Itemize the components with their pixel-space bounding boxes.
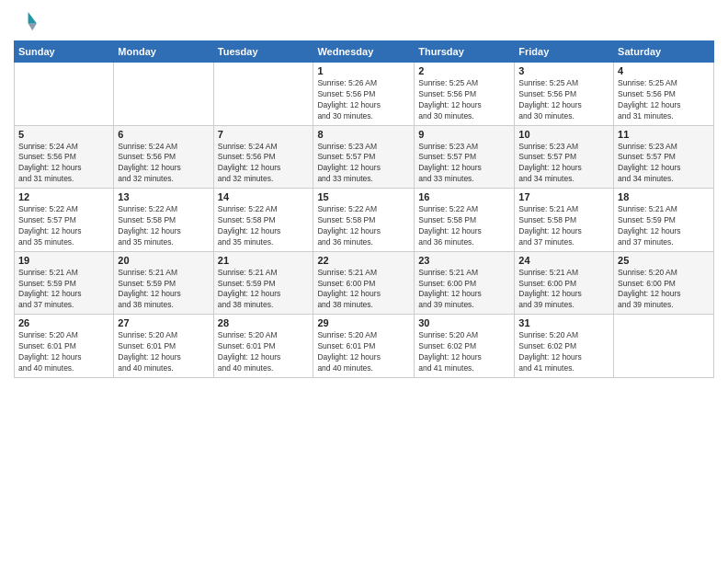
day-info: Sunrise: 5:21 AMSunset: 5:58 PMDaylight:… (518, 204, 609, 248)
calendar-week-1: 1Sunrise: 5:26 AMSunset: 5:56 PMDaylight… (15, 63, 714, 126)
day-number: 29 (317, 317, 410, 328)
day-info: Sunrise: 5:21 AMSunset: 5:59 PMDaylight:… (218, 268, 310, 312)
day-number: 18 (618, 191, 710, 202)
calendar-cell: 28Sunrise: 5:20 AMSunset: 6:01 PMDayligh… (213, 315, 313, 378)
day-number: 30 (418, 317, 510, 328)
svg-marker-0 (28, 12, 37, 23)
calendar-cell: 24Sunrise: 5:21 AMSunset: 6:00 PMDayligh… (515, 251, 614, 315)
calendar-cell: 26Sunrise: 5:20 AMSunset: 6:01 PMDayligh… (15, 315, 114, 378)
day-info: Sunrise: 5:21 AMSunset: 6:00 PMDaylight:… (317, 268, 410, 312)
day-info: Sunrise: 5:21 AMSunset: 5:59 PMDaylight:… (118, 268, 209, 312)
calendar-cell: 21Sunrise: 5:21 AMSunset: 5:59 PMDayligh… (213, 251, 313, 315)
calendar-cell: 15Sunrise: 5:22 AMSunset: 5:58 PMDayligh… (313, 189, 415, 252)
day-number: 6 (118, 129, 209, 140)
calendar-week-5: 26Sunrise: 5:20 AMSunset: 6:01 PMDayligh… (15, 315, 714, 378)
day-info: Sunrise: 5:22 AMSunset: 5:58 PMDaylight:… (418, 204, 510, 248)
day-info: Sunrise: 5:22 AMSunset: 5:57 PMDaylight:… (18, 204, 109, 248)
weekday-header-sunday: Sunday (15, 41, 114, 63)
svg-marker-1 (28, 24, 37, 31)
day-number: 16 (418, 191, 510, 202)
day-number: 20 (118, 255, 209, 266)
day-info: Sunrise: 5:24 AMSunset: 5:56 PMDaylight:… (218, 142, 310, 186)
day-number: 7 (218, 129, 310, 140)
calendar-cell: 9Sunrise: 5:23 AMSunset: 5:57 PMDaylight… (415, 125, 515, 189)
day-number: 31 (518, 317, 609, 328)
calendar-cell: 30Sunrise: 5:20 AMSunset: 6:02 PMDayligh… (415, 315, 515, 378)
calendar-cell: 31Sunrise: 5:20 AMSunset: 6:02 PMDayligh… (515, 315, 614, 378)
day-info: Sunrise: 5:21 AMSunset: 5:59 PMDaylight:… (618, 204, 710, 248)
day-info: Sunrise: 5:25 AMSunset: 5:56 PMDaylight:… (418, 78, 510, 122)
calendar-cell: 27Sunrise: 5:20 AMSunset: 6:01 PMDayligh… (114, 315, 213, 378)
day-number: 12 (18, 191, 109, 202)
calendar-week-4: 19Sunrise: 5:21 AMSunset: 5:59 PMDayligh… (15, 251, 714, 315)
day-number: 13 (118, 191, 209, 202)
day-info: Sunrise: 5:23 AMSunset: 5:57 PMDaylight:… (618, 142, 710, 186)
calendar-cell: 23Sunrise: 5:21 AMSunset: 6:00 PMDayligh… (415, 251, 515, 315)
day-info: Sunrise: 5:20 AMSunset: 6:02 PMDaylight:… (518, 330, 609, 374)
day-info: Sunrise: 5:21 AMSunset: 6:00 PMDaylight:… (418, 268, 510, 312)
calendar-cell: 7Sunrise: 5:24 AMSunset: 5:56 PMDaylight… (213, 125, 313, 189)
day-info: Sunrise: 5:20 AMSunset: 6:02 PMDaylight:… (418, 330, 510, 374)
weekday-header-tuesday: Tuesday (213, 41, 313, 63)
day-info: Sunrise: 5:21 AMSunset: 6:00 PMDaylight:… (518, 268, 609, 312)
calendar-cell: 20Sunrise: 5:21 AMSunset: 5:59 PMDayligh… (114, 251, 213, 315)
day-info: Sunrise: 5:20 AMSunset: 6:01 PMDaylight:… (218, 330, 310, 374)
calendar-cell: 13Sunrise: 5:22 AMSunset: 5:58 PMDayligh… (114, 189, 213, 252)
day-number: 28 (218, 317, 310, 328)
day-info: Sunrise: 5:20 AMSunset: 6:00 PMDaylight:… (618, 268, 710, 312)
calendar-cell: 17Sunrise: 5:21 AMSunset: 5:58 PMDayligh… (515, 189, 614, 252)
day-number: 4 (618, 65, 710, 76)
day-number: 19 (18, 255, 109, 266)
calendar-cell: 2Sunrise: 5:25 AMSunset: 5:56 PMDaylight… (415, 63, 515, 126)
day-info: Sunrise: 5:25 AMSunset: 5:56 PMDaylight:… (518, 78, 609, 122)
calendar-cell: 14Sunrise: 5:22 AMSunset: 5:58 PMDayligh… (213, 189, 313, 252)
day-number: 15 (317, 191, 410, 202)
day-info: Sunrise: 5:20 AMSunset: 6:01 PMDaylight:… (18, 330, 109, 374)
day-info: Sunrise: 5:20 AMSunset: 6:01 PMDaylight:… (118, 330, 209, 374)
day-number: 11 (618, 129, 710, 140)
calendar-table: SundayMondayTuesdayWednesdayThursdayFrid… (14, 40, 714, 378)
weekday-header-saturday: Saturday (614, 41, 714, 63)
day-info: Sunrise: 5:24 AMSunset: 5:56 PMDaylight:… (18, 142, 109, 186)
day-number: 23 (418, 255, 510, 266)
day-number: 2 (418, 65, 510, 76)
calendar-week-2: 5Sunrise: 5:24 AMSunset: 5:56 PMDaylight… (15, 125, 714, 189)
calendar-body: 1Sunrise: 5:26 AMSunset: 5:56 PMDaylight… (15, 63, 714, 378)
day-info: Sunrise: 5:22 AMSunset: 5:58 PMDaylight:… (218, 204, 310, 248)
day-info: Sunrise: 5:22 AMSunset: 5:58 PMDaylight:… (317, 204, 410, 248)
weekday-header-thursday: Thursday (415, 41, 515, 63)
calendar-cell: 3Sunrise: 5:25 AMSunset: 5:56 PMDaylight… (515, 63, 614, 126)
page: SundayMondayTuesdayWednesdayThursdayFrid… (0, 0, 728, 563)
calendar-cell: 5Sunrise: 5:24 AMSunset: 5:56 PMDaylight… (15, 125, 114, 189)
calendar-cell: 1Sunrise: 5:26 AMSunset: 5:56 PMDaylight… (313, 63, 415, 126)
day-info: Sunrise: 5:26 AMSunset: 5:56 PMDaylight:… (317, 78, 410, 122)
header (14, 9, 714, 35)
calendar-cell: 6Sunrise: 5:24 AMSunset: 5:56 PMDaylight… (114, 125, 213, 189)
calendar-cell: 8Sunrise: 5:23 AMSunset: 5:57 PMDaylight… (313, 125, 415, 189)
day-number: 1 (317, 65, 410, 76)
weekday-header-friday: Friday (515, 41, 614, 63)
calendar-header: SundayMondayTuesdayWednesdayThursdayFrid… (15, 41, 714, 63)
logo (14, 9, 43, 35)
day-info: Sunrise: 5:20 AMSunset: 6:01 PMDaylight:… (317, 330, 410, 374)
day-number: 22 (317, 255, 410, 266)
calendar-cell (213, 63, 313, 126)
weekday-row: SundayMondayTuesdayWednesdayThursdayFrid… (15, 41, 714, 63)
calendar-week-3: 12Sunrise: 5:22 AMSunset: 5:57 PMDayligh… (15, 189, 714, 252)
calendar-cell: 12Sunrise: 5:22 AMSunset: 5:57 PMDayligh… (15, 189, 114, 252)
day-number: 5 (18, 129, 109, 140)
calendar-cell: 11Sunrise: 5:23 AMSunset: 5:57 PMDayligh… (614, 125, 714, 189)
day-number: 21 (218, 255, 310, 266)
day-number: 17 (518, 191, 609, 202)
weekday-header-wednesday: Wednesday (313, 41, 415, 63)
day-number: 8 (317, 129, 410, 140)
day-info: Sunrise: 5:22 AMSunset: 5:58 PMDaylight:… (118, 204, 209, 248)
day-info: Sunrise: 5:24 AMSunset: 5:56 PMDaylight:… (118, 142, 209, 186)
calendar-cell (614, 315, 714, 378)
day-number: 14 (218, 191, 310, 202)
day-number: 25 (618, 255, 710, 266)
calendar-cell (114, 63, 213, 126)
calendar-cell: 16Sunrise: 5:22 AMSunset: 5:58 PMDayligh… (415, 189, 515, 252)
calendar-cell: 4Sunrise: 5:25 AMSunset: 5:56 PMDaylight… (614, 63, 714, 126)
weekday-header-monday: Monday (114, 41, 213, 63)
